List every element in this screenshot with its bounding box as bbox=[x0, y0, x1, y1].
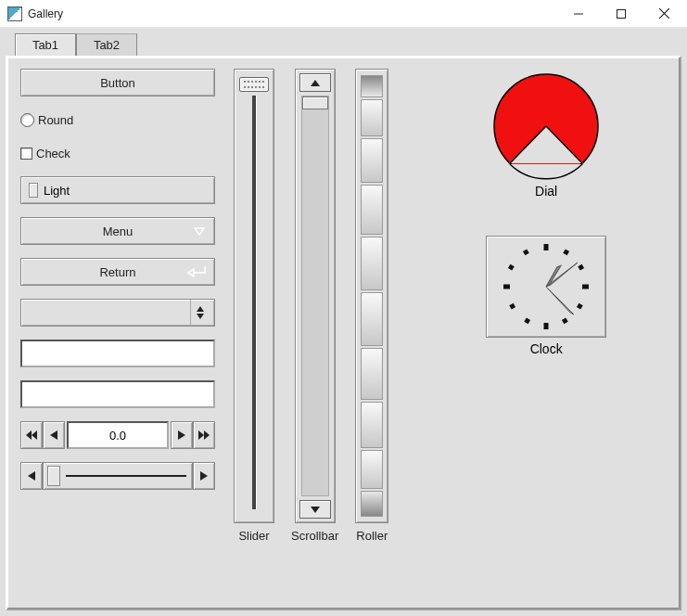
return-label: Return bbox=[99, 265, 135, 279]
slider-label: Slider bbox=[238, 529, 269, 543]
menu-label: Menu bbox=[103, 225, 134, 238]
clock-label: Clock bbox=[530, 341, 563, 356]
vertical-roller-group: Roller bbox=[355, 69, 388, 597]
roller-segment bbox=[361, 450, 383, 489]
svg-rect-28 bbox=[562, 317, 568, 324]
clock-widget[interactable] bbox=[486, 236, 606, 338]
light-label: Light bbox=[44, 184, 70, 198]
svg-marker-15 bbox=[311, 80, 320, 86]
client-area: Tab1 Tab2 Button Round Check bbox=[0, 28, 687, 616]
roller-segment bbox=[361, 75, 383, 97]
hslider-next-button[interactable] bbox=[193, 462, 215, 490]
round-radio[interactable]: Round bbox=[20, 109, 215, 130]
window-title: Gallery bbox=[28, 7, 63, 20]
button[interactable]: Button bbox=[20, 69, 215, 96]
svg-line-3 bbox=[659, 8, 669, 19]
svg-rect-26 bbox=[578, 264, 584, 271]
vertical-slider-group: Slider bbox=[234, 69, 274, 597]
horizontal-value-slider bbox=[20, 462, 215, 490]
scrollbar-down-button[interactable] bbox=[299, 500, 331, 519]
tab-1[interactable]: Tab1 bbox=[15, 33, 76, 56]
scrollbar-up-button[interactable] bbox=[299, 73, 331, 92]
clock-face-icon bbox=[495, 240, 597, 333]
hslider-track[interactable] bbox=[43, 462, 193, 490]
close-button[interactable] bbox=[642, 0, 685, 28]
right-column: Dial bbox=[407, 69, 667, 597]
svg-marker-7 bbox=[26, 430, 32, 440]
vertical-slider[interactable] bbox=[234, 69, 274, 523]
double-right-icon bbox=[198, 430, 210, 440]
svg-rect-24 bbox=[582, 285, 589, 289]
light-button[interactable]: Light bbox=[20, 176, 215, 204]
text-input-1[interactable] bbox=[20, 340, 215, 367]
roller-segment bbox=[361, 185, 383, 235]
vertical-roller[interactable] bbox=[355, 69, 388, 523]
roller-label: Roller bbox=[356, 529, 388, 543]
hslider-prev-button[interactable] bbox=[20, 462, 43, 490]
svg-rect-31 bbox=[508, 264, 515, 271]
svg-rect-29 bbox=[524, 317, 530, 324]
svg-rect-25 bbox=[563, 249, 569, 255]
svg-marker-12 bbox=[204, 430, 210, 440]
svg-marker-4 bbox=[195, 228, 204, 235]
counter-fast-rewind-button[interactable] bbox=[20, 421, 43, 449]
radio-icon bbox=[20, 113, 34, 127]
menu-button[interactable]: Menu bbox=[20, 217, 215, 245]
roller-segment bbox=[361, 237, 383, 290]
svg-marker-16 bbox=[311, 507, 320, 513]
roller-segment bbox=[361, 99, 383, 136]
chevron-down-icon bbox=[311, 507, 320, 513]
text-input-2[interactable] bbox=[20, 380, 215, 408]
svg-rect-22 bbox=[544, 323, 549, 329]
chevron-up-icon bbox=[197, 306, 204, 312]
return-button[interactable]: Return bbox=[20, 258, 215, 286]
chevron-down-icon bbox=[197, 314, 204, 319]
scrollbar-thumb[interactable] bbox=[302, 96, 328, 109]
svg-marker-5 bbox=[197, 306, 204, 312]
vertical-scrollbar-group: Scrollbar bbox=[291, 69, 338, 597]
svg-marker-11 bbox=[198, 430, 204, 440]
svg-marker-35 bbox=[546, 287, 574, 314]
choice-stepper[interactable] bbox=[190, 300, 209, 326]
counter-value[interactable]: 0.0 bbox=[67, 421, 169, 449]
counter-prev-button[interactable] bbox=[43, 421, 65, 449]
svg-marker-13 bbox=[28, 471, 35, 481]
tab-bar: Tab1 Tab2 bbox=[15, 33, 681, 56]
roller-segment bbox=[361, 491, 383, 517]
minimize-button[interactable] bbox=[557, 0, 600, 28]
maximize-button[interactable] bbox=[600, 0, 642, 28]
dial-widget[interactable] bbox=[481, 69, 611, 180]
tab-2[interactable]: Tab2 bbox=[76, 33, 137, 56]
choice-dropdown[interactable] bbox=[20, 299, 215, 327]
svg-marker-34 bbox=[546, 263, 578, 287]
svg-marker-10 bbox=[178, 430, 185, 440]
svg-line-2 bbox=[659, 8, 669, 19]
svg-rect-23 bbox=[503, 285, 510, 289]
radio-label: Round bbox=[38, 113, 73, 127]
scrollbar-trough[interactable] bbox=[301, 96, 329, 496]
roller-segment bbox=[361, 138, 383, 183]
svg-marker-8 bbox=[32, 430, 37, 440]
svg-rect-30 bbox=[509, 303, 515, 310]
hslider-thumb[interactable] bbox=[47, 466, 60, 486]
scrollbar-label: Scrollbar bbox=[291, 529, 338, 543]
left-icon bbox=[50, 430, 57, 440]
right-icon bbox=[200, 471, 208, 481]
roller-segment bbox=[361, 348, 383, 400]
check-checkbox[interactable]: Check bbox=[20, 143, 215, 163]
vertical-scrollbar[interactable] bbox=[295, 69, 336, 523]
clock-group: Clock bbox=[486, 236, 606, 356]
light-indicator-icon bbox=[29, 183, 38, 198]
svg-rect-27 bbox=[577, 303, 583, 310]
slider-rail bbox=[252, 96, 256, 509]
app-icon bbox=[7, 6, 22, 21]
tab-label: Tab2 bbox=[94, 38, 120, 52]
dial-group: Dial bbox=[481, 69, 611, 199]
counter: 0.0 bbox=[20, 421, 215, 449]
svg-marker-14 bbox=[200, 471, 208, 481]
counter-next-button[interactable] bbox=[171, 421, 193, 449]
counter-fast-forward-button[interactable] bbox=[193, 421, 215, 449]
window-titlebar: Gallery bbox=[0, 0, 687, 28]
checkbox-icon bbox=[20, 148, 32, 160]
slider-knob[interactable] bbox=[239, 77, 269, 92]
